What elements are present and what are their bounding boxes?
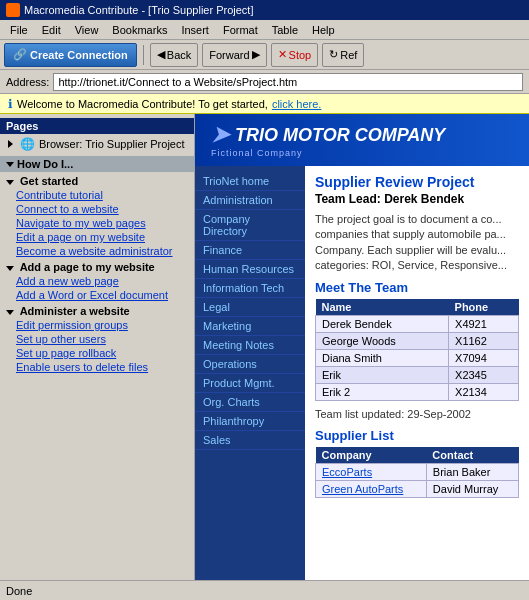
menu-item-edit[interactable]: Edit	[36, 22, 67, 38]
sidebar-link-navigate-pages[interactable]: Navigate to my web pages	[0, 216, 194, 230]
project-title: Supplier Review Project	[315, 174, 519, 190]
forward-button[interactable]: Forward ▶	[202, 43, 266, 67]
browser-page-item[interactable]: 🌐 Browser: Trio Supplier Project	[4, 136, 190, 152]
menu-item-bookmarks[interactable]: Bookmarks	[106, 22, 173, 38]
sidebar-link-setup-users[interactable]: Set up other users	[0, 332, 194, 346]
team-name-4: Erik 2	[316, 383, 449, 400]
team-phone-3: X2345	[449, 366, 519, 383]
web-content: ➤ TRIO MOTOR COMPANY Fictional Company T…	[195, 114, 529, 580]
howdo-expand-icon	[6, 162, 14, 167]
address-label: Address:	[6, 76, 49, 88]
back-button[interactable]: ◀ Back	[150, 43, 198, 67]
nav-human-resources[interactable]: Human Resources	[195, 260, 305, 279]
team-phone-0: X4921	[449, 315, 519, 332]
group-expand-icon	[6, 180, 14, 185]
nav-marketing[interactable]: Marketing	[195, 317, 305, 336]
group-expand-icon-2	[6, 266, 14, 271]
nav-trionet-home[interactable]: TrioNet home	[195, 172, 305, 191]
forward-icon: ▶	[252, 48, 260, 61]
nav-sales[interactable]: Sales	[195, 431, 305, 450]
sidebar-link-connect-website[interactable]: Connect to a website	[0, 202, 194, 216]
nav-legal[interactable]: Legal	[195, 298, 305, 317]
stop-icon: ✕	[278, 48, 287, 61]
sidebar-group-header-add-page[interactable]: Add a page to my website	[0, 258, 194, 274]
info-link[interactable]: click here.	[272, 98, 322, 110]
info-message: Welcome to Macromedia Contribute! To get…	[17, 98, 268, 110]
nav-philanthropy[interactable]: Philanthropy	[195, 412, 305, 431]
sidebar-link-enable-delete[interactable]: Enable users to delete files	[0, 360, 194, 374]
howdo-header[interactable]: How Do I...	[0, 156, 194, 172]
table-row: Diana Smith X7094	[316, 349, 519, 366]
team-col-phone: Phone	[449, 299, 519, 316]
supplier-link-0[interactable]: EccoParts	[322, 466, 372, 478]
back-icon: ◀	[157, 48, 165, 61]
supplier-table: Company Contact EccoParts Brian Baker Gr…	[315, 447, 519, 498]
browser-page-label: Browser: Trio Supplier Project	[39, 138, 185, 150]
supplier-contact-0: Brian Baker	[426, 463, 518, 480]
nav-finance[interactable]: Finance	[195, 241, 305, 260]
sidebar-link-add-new-page[interactable]: Add a new web page	[0, 274, 194, 288]
sidebar-link-become-admin[interactable]: Become a website administrator	[0, 244, 194, 258]
sidebar: Pages 🌐 Browser: Trio Supplier Project H…	[0, 114, 195, 580]
team-name-2: Diana Smith	[316, 349, 449, 366]
menu-item-file[interactable]: File	[4, 22, 34, 38]
nav-company-directory[interactable]: Company Directory	[195, 210, 305, 241]
sidebar-link-contribute-tutorial[interactable]: Contribute tutorial	[0, 188, 194, 202]
status-bar: Done	[0, 580, 529, 600]
sidebar-link-setup-page-rollback[interactable]: Set up page rollback	[0, 346, 194, 360]
table-row: Derek Bendek X4921	[316, 315, 519, 332]
team-name-3: Erik	[316, 366, 449, 383]
supplier-col-company: Company	[316, 447, 427, 464]
table-row: Green AutoParts David Murray	[316, 480, 519, 497]
team-name-1: George Woods	[316, 332, 449, 349]
create-connection-icon: 🔗	[13, 48, 27, 61]
team-phone-1: X1162	[449, 332, 519, 349]
title-bar: Macromedia Contribute - [Trio Supplier P…	[0, 0, 529, 20]
sidebar-link-add-word-excel[interactable]: Add a Word or Excel document	[0, 288, 194, 302]
supplier-list-header: Supplier List	[315, 428, 519, 443]
address-bar: Address:	[0, 70, 529, 94]
meet-team-header: Meet The Team	[315, 280, 519, 295]
right-content: Supplier Review Project Team Lead: Derek…	[305, 166, 529, 580]
nav-org-charts[interactable]: Org. Charts	[195, 393, 305, 412]
team-phone-4: X2134	[449, 383, 519, 400]
trio-logo: ➤ TRIO MOTOR COMPANY Fictional Company	[211, 122, 445, 158]
main-area: Pages 🌐 Browser: Trio Supplier Project H…	[0, 114, 529, 580]
sidebar-link-edit-permissions[interactable]: Edit permission groups	[0, 318, 194, 332]
menu-item-help[interactable]: Help	[306, 22, 341, 38]
refresh-button[interactable]: ↻ Ref	[322, 43, 364, 67]
menu-item-format[interactable]: Format	[217, 22, 264, 38]
address-input[interactable]	[53, 73, 523, 91]
supplier-contact-1: David Murray	[426, 480, 518, 497]
info-icon: ℹ	[8, 97, 13, 111]
content-area: ➤ TRIO MOTOR COMPANY Fictional Company T…	[195, 114, 529, 580]
menu-item-insert[interactable]: Insert	[175, 22, 215, 38]
pages-panel: 🌐 Browser: Trio Supplier Project	[0, 134, 194, 154]
howdo-section: How Do I...	[0, 156, 194, 172]
team-updated: Team list updated: 29-Sep-2002	[315, 407, 519, 422]
table-row: EccoParts Brian Baker	[316, 463, 519, 480]
stop-button[interactable]: ✕ Stop	[271, 43, 319, 67]
status-text: Done	[6, 585, 32, 597]
supplier-link-1[interactable]: Green AutoParts	[322, 483, 403, 495]
menu-item-view[interactable]: View	[69, 22, 105, 38]
sidebar-group-header-admin[interactable]: Administer a website	[0, 302, 194, 318]
create-connection-label: Create Connection	[30, 49, 128, 61]
sidebar-group-header-get-started[interactable]: Get started	[0, 172, 194, 188]
nav-information-tech[interactable]: Information Tech	[195, 279, 305, 298]
team-col-name: Name	[316, 299, 449, 316]
create-connection-button[interactable]: 🔗 Create Connection	[4, 43, 137, 67]
sidebar-link-edit-page[interactable]: Edit a page on my website	[0, 230, 194, 244]
nav-meeting-notes[interactable]: Meeting Notes	[195, 336, 305, 355]
globe-icon: 🌐	[20, 137, 35, 151]
nav-administration[interactable]: Administration	[195, 191, 305, 210]
nav-operations[interactable]: Operations	[195, 355, 305, 374]
logo-arrow-icon: ➤	[211, 122, 229, 148]
window-title: Macromedia Contribute - [Trio Supplier P…	[24, 4, 253, 16]
refresh-icon: ↻	[329, 48, 338, 61]
toolbar: 🔗 Create Connection ◀ Back Forward ▶ ✕ S…	[0, 40, 529, 70]
trio-header: ➤ TRIO MOTOR COMPANY Fictional Company	[195, 114, 529, 166]
menu-item-table[interactable]: Table	[266, 22, 304, 38]
nav-product-mgmt[interactable]: Product Mgmt.	[195, 374, 305, 393]
team-name-0: Derek Bendek	[316, 315, 449, 332]
